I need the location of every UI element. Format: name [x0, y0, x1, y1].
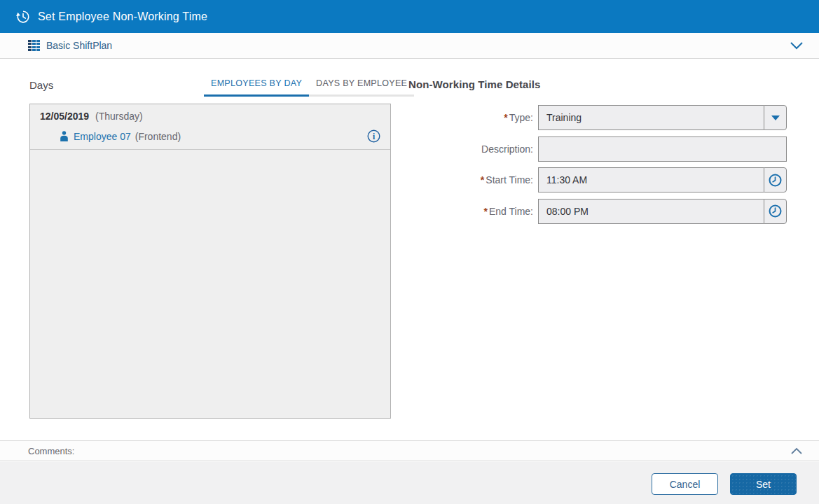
tab-days-by-employee[interactable]: DAYS BY EMPLOYEE — [309, 76, 414, 97]
type-label: *Type: — [408, 112, 538, 123]
svg-text:i: i — [373, 132, 376, 141]
day-date: 12/05/2019 — [40, 111, 89, 122]
clock-icon — [769, 174, 782, 187]
end-time-row: *End Time: 08:00 PM — [408, 199, 787, 224]
end-time-field: 08:00 PM — [538, 199, 787, 224]
clock-icon — [769, 204, 782, 218]
required-marker: * — [484, 206, 488, 217]
days-section-label: Days — [29, 79, 53, 91]
history-clock-icon — [15, 9, 31, 24]
description-row: Description: — [408, 136, 787, 162]
comments-label: Comments: — [28, 446, 74, 456]
start-time-field: 11:30 AM — [538, 167, 787, 192]
type-row: *Type: Training — [408, 105, 787, 130]
non-working-time-details: Non-Working Time Details *Type: Training… — [408, 78, 787, 230]
tab-employees-by-day[interactable]: EMPLOYEES BY DAY — [204, 76, 309, 97]
end-time-value[interactable]: 08:00 PM — [538, 199, 764, 224]
day-view-tabs: EMPLOYEES BY DAY DAYS BY EMPLOYEE — [204, 76, 414, 97]
start-time-picker-button[interactable] — [764, 167, 787, 192]
required-marker: * — [481, 174, 484, 186]
employee-role: (Frontend) — [135, 131, 181, 142]
day-group: 12/05/2019 (Thursday) Employee 07 (Front… — [30, 104, 390, 150]
type-dropdown: Training — [538, 105, 787, 130]
chevron-down-icon[interactable] — [790, 41, 804, 50]
start-time-label: *Start Time: — [408, 174, 538, 186]
day-weekday: (Thursday) — [95, 111, 143, 122]
dialog-title: Set Employee Non-Working Time — [38, 10, 207, 23]
shiftplan-header[interactable]: Basic ShiftPlan — [0, 33, 819, 59]
required-marker: * — [504, 112, 507, 123]
grid-icon — [28, 40, 40, 51]
end-time-picker-button[interactable] — [764, 199, 787, 224]
chevron-up-icon[interactable] — [790, 447, 803, 455]
cancel-button[interactable]: Cancel — [652, 473, 718, 495]
set-non-working-time-dialog: Set Employee Non-Working Time Basic Shif… — [0, 0, 819, 504]
description-label: Description: — [408, 144, 538, 155]
start-time-value[interactable]: 11:30 AM — [538, 167, 764, 192]
employee-name-link[interactable]: Employee 07 — [74, 131, 131, 142]
dialog-footer: Cancel Set — [0, 462, 819, 504]
details-heading: Non-Working Time Details — [408, 78, 787, 90]
type-value[interactable]: Training — [538, 105, 764, 130]
shiftplan-label: Basic ShiftPlan — [46, 40, 112, 51]
start-time-row: *Start Time: 11:30 AM — [408, 167, 787, 192]
end-time-label: *End Time: — [408, 206, 538, 217]
set-button[interactable]: Set — [730, 473, 797, 495]
dialog-titlebar: Set Employee Non-Working Time — [0, 0, 819, 33]
caret-down-icon — [771, 115, 780, 120]
person-icon — [60, 131, 69, 141]
description-field — [538, 136, 787, 162]
info-icon[interactable]: i — [367, 130, 380, 143]
employee-row[interactable]: Employee 07 (Frontend) i — [30, 125, 390, 149]
description-input[interactable] — [538, 136, 787, 162]
comments-section-header[interactable]: Comments: — [0, 440, 819, 461]
day-header: 12/05/2019 (Thursday) — [30, 104, 390, 125]
type-dropdown-button[interactable] — [764, 105, 787, 130]
days-list: 12/05/2019 (Thursday) Employee 07 (Front… — [29, 104, 391, 419]
